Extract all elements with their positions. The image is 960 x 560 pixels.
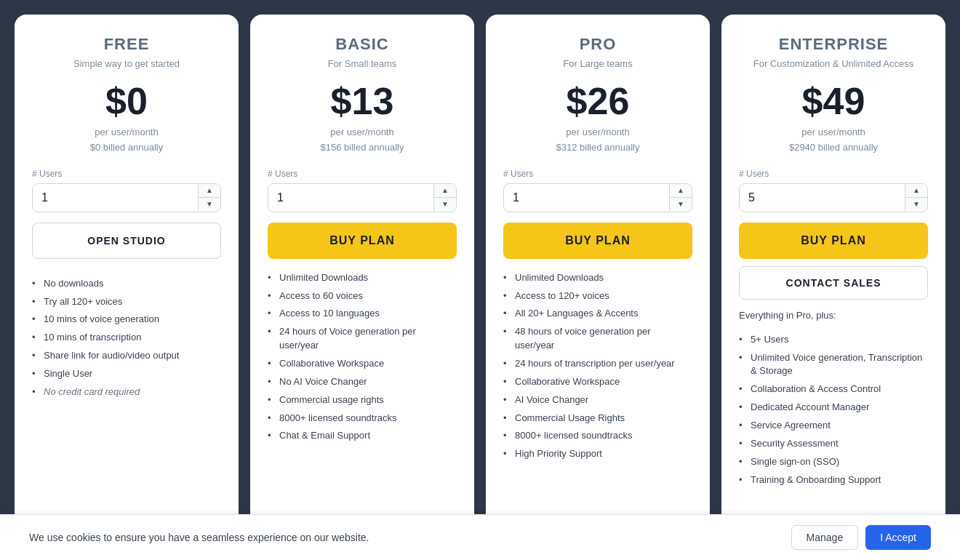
users-input-basic[interactable] [268, 184, 433, 212]
users-input-enterprise[interactable] [740, 184, 905, 212]
feature-item: 24 hours of Voice generation per user/ye… [268, 323, 457, 355]
cta-button-basic[interactable]: BUY PLAN [268, 223, 457, 259]
feature-item: 24 hours of transcription per user/year [503, 355, 692, 373]
users-label-enterprise: # Users [739, 169, 928, 179]
feature-item: 48 hours of voice generation per user/ye… [503, 323, 692, 355]
users-input-wrapper-basic: ▲ ▼ [268, 183, 457, 212]
plan-price-sub-pro: per user/month$312 billed annually [503, 125, 692, 156]
users-spinners-enterprise: ▲ ▼ [905, 184, 927, 211]
users-label-basic: # Users [268, 169, 457, 179]
feature-item: Commercial Usage Rights [503, 409, 692, 428]
spinner-down-free[interactable]: ▼ [199, 198, 220, 211]
feature-item: Service Agreement [739, 417, 928, 435]
features-list-enterprise: 5+ UsersUnlimited Voice generation, Tran… [739, 331, 928, 489]
plan-price-sub-enterprise: per user/month$2940 billed annually [739, 125, 928, 156]
users-spinners-pro: ▲ ▼ [669, 184, 692, 211]
feature-item: Share link for audio/video output [32, 347, 221, 365]
spinner-down-pro[interactable]: ▼ [670, 198, 692, 211]
cta-button-pro[interactable]: BUY PLAN [503, 223, 692, 259]
plan-tagline-enterprise: For Customization & Unlimited Access [739, 58, 928, 69]
features-list-pro: Unlimited DownloadsAccess to 120+ voices… [503, 269, 692, 463]
cta-button-enterprise[interactable]: BUY PLAN [739, 223, 928, 259]
users-input-wrapper-free: ▲ ▼ [32, 183, 221, 212]
cookie-text: We use cookies to ensure you have a seam… [29, 532, 369, 543]
feature-item: Unlimited Downloads [503, 269, 692, 287]
plan-price-sub-free: per user/month$0 billed annually [32, 125, 221, 156]
spinner-down-enterprise[interactable]: ▼ [905, 198, 927, 211]
plan-tagline-free: Simple way to get started [32, 58, 221, 69]
users-label-free: # Users [32, 169, 221, 179]
users-input-wrapper-pro: ▲ ▼ [503, 183, 692, 212]
feature-item: 8000+ licensed soundtracks [268, 409, 457, 428]
plan-card-basic: BASIC For Small teams $13 per user/month… [250, 15, 474, 538]
cta-button-free[interactable]: OPEN STUDIO [32, 223, 221, 259]
feature-item: 10 mins of voice generation [32, 311, 221, 329]
feature-item: Single User [32, 365, 221, 383]
features-list-free: No downloadsTry all 120+ voices10 mins o… [32, 275, 221, 401]
feature-item: Single sign-on (SSO) [739, 453, 928, 471]
users-label-pro: # Users [503, 169, 692, 179]
feature-item: Training & Onboarding Support [739, 471, 928, 489]
users-spinners-basic: ▲ ▼ [433, 184, 456, 211]
feature-item: Commercial usage rights [268, 391, 457, 409]
features-list-basic: Unlimited DownloadsAccess to 60 voicesAc… [268, 269, 457, 445]
plan-price-basic: $13 [268, 81, 457, 122]
contact-sales-button[interactable]: CONTACT SALES [739, 266, 928, 300]
spinner-up-enterprise[interactable]: ▲ [905, 184, 927, 198]
feature-item: Unlimited Downloads [268, 269, 457, 287]
plan-name-basic: BASIC [268, 35, 457, 54]
feature-item: High Priority Support [503, 445, 692, 463]
feature-item: Unlimited Voice generation, Transcriptio… [739, 349, 928, 381]
plans-container: FREE Simple way to get started $0 per us… [15, 15, 945, 538]
feature-item: Try all 120+ voices [32, 293, 221, 311]
feature-item: No AI Voice Changer [268, 373, 457, 391]
spinner-up-basic[interactable]: ▲ [434, 184, 456, 198]
plan-price-free: $0 [32, 81, 221, 122]
spinner-up-pro[interactable]: ▲ [670, 184, 692, 198]
feature-item: No downloads [32, 275, 221, 293]
plan-name-enterprise: ENTERPRISE [739, 35, 928, 54]
users-input-pro[interactable] [504, 184, 669, 212]
feature-item: Dedicated Account Manager [739, 399, 928, 417]
feature-item: Security Assessment [739, 435, 928, 453]
feature-item: Access to 60 voices [268, 287, 457, 305]
feature-item: Collaboration & Access Control [739, 380, 928, 399]
feature-item: Collaborative Workspace [503, 373, 692, 391]
plan-tagline-basic: For Small teams [268, 58, 457, 69]
cookie-banner: We use cookies to ensure you have a seam… [0, 514, 960, 560]
plan-name-pro: PRO [503, 35, 692, 54]
feature-item: 8000+ licensed soundtracks [503, 427, 692, 445]
feature-item: Collaborative Workspace [268, 355, 457, 373]
feature-item: No credit card required [32, 383, 221, 401]
plan-price-sub-basic: per user/month$156 billed annually [268, 125, 457, 156]
plan-price-pro: $26 [503, 81, 692, 122]
feature-item: 10 mins of transcription [32, 329, 221, 347]
users-section-pro: # Users ▲ ▼ [503, 169, 692, 212]
plan-tagline-pro: For Large teams [503, 58, 692, 69]
users-input-wrapper-enterprise: ▲ ▼ [739, 183, 928, 212]
plan-card-pro: PRO For Large teams $26 per user/month$3… [486, 15, 710, 538]
cookie-buttons: Manage I Accept [791, 525, 931, 550]
users-section-enterprise: # Users ▲ ▼ [739, 169, 928, 212]
feature-item: Chat & Email Support [268, 427, 457, 445]
spinner-down-basic[interactable]: ▼ [434, 198, 456, 211]
accept-button[interactable]: I Accept [865, 525, 931, 550]
users-input-free[interactable] [33, 184, 198, 212]
users-section-free: # Users ▲ ▼ [32, 169, 221, 212]
feature-item: Access to 10 languages [268, 305, 457, 323]
feature-item: AI Voice Changer [503, 391, 692, 409]
users-section-basic: # Users ▲ ▼ [268, 169, 457, 212]
plan-name-free: FREE [32, 35, 221, 54]
features-header-enterprise: Everything in Pro, plus: [739, 310, 928, 321]
feature-item: All 20+ Languages & Accents [503, 305, 692, 323]
plan-price-enterprise: $49 [739, 81, 928, 122]
plan-card-free: FREE Simple way to get started $0 per us… [15, 15, 239, 538]
manage-button[interactable]: Manage [791, 525, 859, 550]
feature-item: Access to 120+ voices [503, 287, 692, 305]
spinner-up-free[interactable]: ▲ [199, 184, 220, 198]
feature-item: 5+ Users [739, 331, 928, 349]
users-spinners-free: ▲ ▼ [198, 184, 220, 211]
plan-card-enterprise: ENTERPRISE For Customization & Unlimited… [721, 15, 945, 538]
